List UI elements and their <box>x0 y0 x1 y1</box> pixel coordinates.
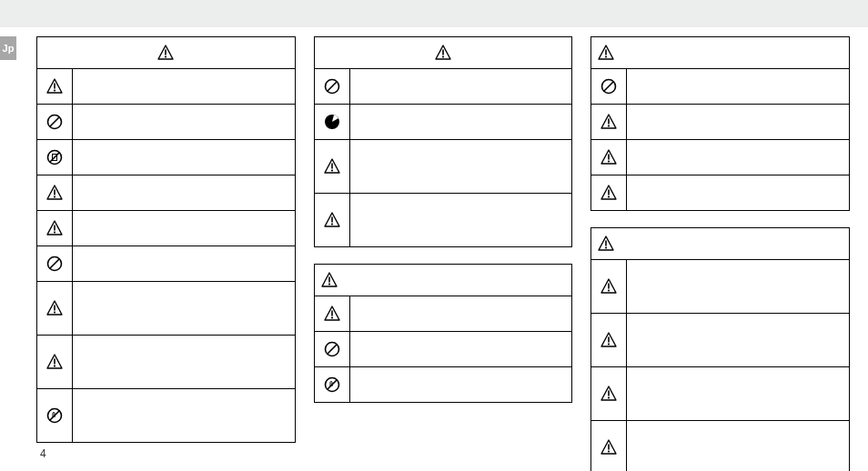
svg-point-24 <box>54 365 56 366</box>
row-icon-cell <box>591 69 627 104</box>
warning-icon <box>600 438 618 456</box>
row-icon-cell <box>315 296 350 331</box>
row-icon-cell <box>315 69 350 104</box>
row-icon-cell <box>591 140 627 175</box>
row-icon-cell <box>315 367 350 402</box>
warning-icon <box>600 331 618 349</box>
prohibit-icon <box>323 340 341 358</box>
svg-point-38 <box>331 223 333 225</box>
row-text <box>73 211 295 246</box>
safety-box <box>590 36 850 211</box>
row-text <box>73 282 295 335</box>
table-row <box>591 104 849 139</box>
svg-point-68 <box>608 289 610 291</box>
warning-icon <box>45 184 64 202</box>
row-text <box>73 69 295 104</box>
warning-icon <box>600 148 618 166</box>
box-header <box>37 37 295 69</box>
row-icon-cell <box>591 260 627 313</box>
warning-icon <box>320 271 338 289</box>
row-text <box>350 367 572 402</box>
row-text <box>627 314 849 366</box>
row-icon-cell <box>37 105 73 139</box>
page-header-bar <box>0 0 868 27</box>
table-row <box>37 139 295 175</box>
row-text <box>350 140 572 193</box>
table-row <box>37 246 295 281</box>
table-row <box>37 210 295 246</box>
row-icon-cell <box>591 314 627 366</box>
row-text <box>350 69 572 104</box>
row-icon-cell <box>315 105 350 139</box>
prohibit-touch-icon <box>323 376 341 394</box>
row-icon-cell <box>37 211 73 246</box>
prohibit-icon <box>600 77 618 95</box>
row-text <box>350 105 572 139</box>
warning-icon <box>45 299 64 317</box>
row-text <box>73 389 295 442</box>
table-row <box>37 388 295 442</box>
row-icon-cell <box>315 332 350 366</box>
warning-icon <box>600 184 618 202</box>
box-header <box>591 228 849 260</box>
svg-line-46 <box>327 345 337 355</box>
box-header <box>315 37 572 69</box>
svg-point-41 <box>328 283 330 285</box>
row-icon-cell <box>37 246 73 281</box>
warning-icon <box>45 77 64 95</box>
row-icon-cell <box>315 194 350 246</box>
row-text <box>627 105 849 139</box>
warning-icon <box>45 219 64 237</box>
row-text <box>350 194 572 246</box>
language-tab-label: Jp <box>3 43 15 54</box>
warning-icon <box>323 305 341 323</box>
svg-point-44 <box>331 316 333 318</box>
row-text <box>627 367 849 420</box>
table-row <box>37 69 295 104</box>
table-row <box>591 175 849 210</box>
table-row <box>37 335 295 388</box>
safety-box <box>314 264 573 403</box>
page-number: 4 <box>40 447 46 460</box>
safety-box <box>36 36 296 443</box>
table-row <box>591 139 849 175</box>
row-icon-cell <box>37 140 73 175</box>
table-row <box>315 296 572 331</box>
warning-icon <box>323 157 341 175</box>
row-text <box>73 246 295 281</box>
row-icon-cell <box>37 336 73 388</box>
prohibit-icon <box>45 113 64 131</box>
row-icon-cell <box>591 367 627 420</box>
warning-icon <box>323 211 341 229</box>
row-text <box>627 421 849 471</box>
table-row <box>315 193 572 246</box>
safety-box <box>590 227 850 471</box>
row-text <box>73 105 295 139</box>
svg-point-21 <box>54 311 56 313</box>
box-header <box>591 37 849 69</box>
safety-box <box>314 36 573 247</box>
table-row <box>591 260 849 313</box>
table-row <box>315 366 572 402</box>
warning-icon <box>45 353 64 371</box>
prohibit-touch-icon <box>45 406 64 425</box>
row-icon-cell <box>591 175 627 210</box>
language-tab: Jp <box>0 36 16 60</box>
table-row <box>37 104 295 139</box>
row-icon-cell <box>591 421 627 471</box>
row-text <box>350 296 572 331</box>
row-text <box>627 260 849 313</box>
table-row <box>591 366 849 420</box>
row-icon-cell <box>591 105 627 139</box>
row-text <box>627 140 849 175</box>
svg-point-59 <box>608 160 610 162</box>
prohibit-icon <box>323 77 341 95</box>
table-row <box>315 139 572 193</box>
table-row <box>37 281 295 335</box>
row-text <box>73 140 295 175</box>
column-1 <box>36 36 296 444</box>
warning-icon <box>600 277 618 296</box>
table-row <box>591 69 849 104</box>
svg-point-5 <box>54 89 56 91</box>
svg-line-18 <box>50 259 60 269</box>
